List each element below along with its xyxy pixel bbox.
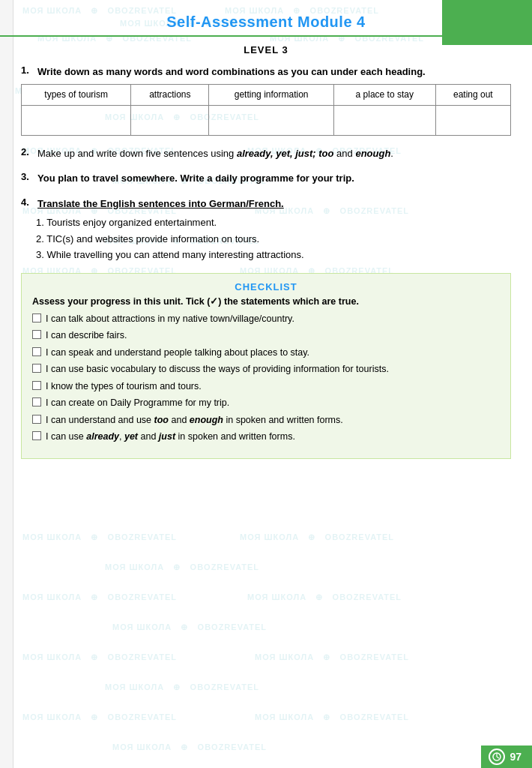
translate-item-3: 3. While travelling you can attend many … — [36, 248, 511, 262]
question-2-number: 2. — [21, 146, 33, 158]
translate-item-1: 1. Tourists enjoy organized entertainmen… — [36, 215, 511, 230]
table-header-types: types of tourism — [22, 84, 131, 105]
checkbox-6[interactable] — [32, 398, 41, 406]
checklist-box: CHECKLIST Assess your progress in this u… — [21, 273, 511, 459]
checkbox-3[interactable] — [32, 347, 41, 356]
table-cell-attractions — [131, 105, 209, 135]
table-cell-place — [333, 105, 435, 135]
checklist-item-6-text: I can create on Daily Programme for my t… — [46, 397, 229, 410]
checklist-item-8: I can use already, yet and just in spoke… — [32, 430, 500, 444]
question-4-text: Translate the English sentences into Ger… — [37, 196, 284, 212]
table-header-place: a place to stay — [333, 84, 435, 105]
checklist-item-2: I can describe fairs. — [32, 329, 500, 343]
checklist-subtitle: Assess your progress in this unit. Tick … — [32, 296, 500, 307]
level-label: LEVEL 3 — [21, 44, 511, 56]
checkbox-1[interactable] — [32, 314, 41, 322]
translate-list: 1. Tourists enjoy organized entertainmen… — [36, 215, 511, 262]
question-4-number: 4. — [21, 196, 33, 208]
checklist-item-2-text: I can describe fairs. — [46, 329, 127, 343]
top-green-bar — [442, 0, 532, 45]
question-2-text: Make up and write down five sentences us… — [37, 146, 393, 161]
checklist-item-3: I can speak and understand people talkin… — [32, 346, 500, 360]
question-4: 4. Translate the English sentences into … — [21, 196, 511, 262]
svg-line-2 — [497, 757, 499, 758]
checkbox-4[interactable] — [32, 364, 41, 373]
word-table: types of tourism attractions getting inf… — [21, 84, 511, 136]
question-4-row: 4. Translate the English sentences into … — [21, 196, 511, 212]
checklist-item-1: I can talk about attractions in my nativ… — [32, 313, 500, 326]
checkbox-7[interactable] — [32, 415, 41, 424]
page-circle-icon — [489, 748, 505, 765]
question-3-row: 3. You plan to travel somewhere. Write a… — [21, 171, 511, 186]
checklist-item-3-text: I can speak and understand people talkin… — [46, 346, 309, 360]
page-number-box: 97 — [481, 746, 532, 768]
page-number: 97 — [510, 751, 522, 763]
translate-item-2: 2. TIC(s) and websites provide informati… — [36, 232, 511, 247]
page-bottom: 97 — [0, 746, 532, 768]
checklist-title: CHECKLIST — [32, 281, 500, 292]
main-content: LEVEL 3 1. Write down as many words and … — [0, 44, 532, 459]
table-header-eating: eating out — [435, 84, 510, 105]
circle-icon — [492, 752, 502, 762]
checkbox-8[interactable] — [32, 431, 41, 440]
checklist-item-4-text: I can use basic vocabulary to discuss th… — [46, 363, 389, 376]
question-3-number: 3. — [21, 171, 33, 182]
table-header-info: getting information — [209, 84, 333, 105]
question-1-number: 1. — [21, 64, 33, 76]
question-1-text: Write down as many words and word combin… — [37, 64, 426, 80]
checklist-item-6: I can create on Daily Programme for my t… — [32, 397, 500, 410]
checklist-item-1-text: I can talk about attractions in my nativ… — [46, 313, 294, 326]
table-header-attractions: attractions — [131, 84, 209, 105]
table-cell-info — [209, 105, 333, 135]
question-2-row: 2. Make up and write down five sentences… — [21, 146, 511, 161]
checkbox-5[interactable] — [32, 381, 41, 390]
checklist-item-7: I can understand and use too and enough … — [32, 414, 500, 428]
checklist-item-5: I know the types of tourism and tours. — [32, 380, 500, 394]
table-header-row: types of tourism attractions getting inf… — [22, 84, 511, 105]
checklist-item-5-text: I know the types of tourism and tours. — [46, 380, 202, 394]
checkbox-2[interactable] — [32, 330, 41, 339]
question-1: 1. Write down as many words and word com… — [21, 64, 511, 136]
table-data-row — [22, 105, 511, 135]
checklist-item-8-text: I can use already, yet and just in spoke… — [46, 430, 295, 444]
question-1-row: 1. Write down as many words and word com… — [21, 64, 511, 80]
question-2: 2. Make up and write down five sentences… — [21, 146, 511, 161]
question-3-text: You plan to travel somewhere. Write a da… — [37, 171, 354, 186]
table-cell-eating — [435, 105, 510, 135]
checklist-item-4: I can use basic vocabulary to discuss th… — [32, 363, 500, 376]
question-3: 3. You plan to travel somewhere. Write a… — [21, 171, 511, 186]
checklist-item-7-text: I can understand and use too and enough … — [46, 414, 343, 428]
table-cell-types — [22, 105, 131, 135]
